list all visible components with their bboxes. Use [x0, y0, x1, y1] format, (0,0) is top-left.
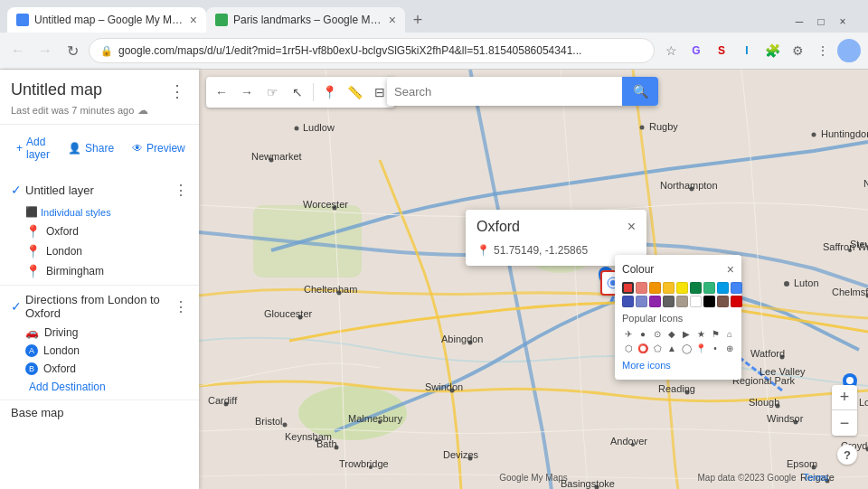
- add-destination-button[interactable]: Add Destination: [0, 378, 199, 396]
- extension-icon-4[interactable]: 🧩: [761, 40, 783, 61]
- icon-pin[interactable]: 📍: [694, 342, 707, 354]
- color-swatch-blue[interactable]: [731, 282, 742, 294]
- help-button[interactable]: ?: [837, 445, 857, 465]
- icon-hexagon[interactable]: ⬡: [622, 342, 635, 354]
- icon-diamond[interactable]: ◆: [665, 327, 678, 340]
- more-icons-button[interactable]: More icons: [622, 358, 734, 372]
- search-icon: 🔍: [633, 84, 648, 99]
- layer-header-1[interactable]: ✓ Untitled layer ⋮: [0, 175, 199, 204]
- ruler-tool[interactable]: 📏: [343, 80, 366, 104]
- icon-home[interactable]: ⌂: [723, 327, 736, 340]
- color-swatch-orange[interactable]: [649, 282, 661, 294]
- redo-tool[interactable]: →: [235, 80, 259, 104]
- layer-section-1: ✓ Untitled layer ⋮ ⬛ Individual styles 📍…: [0, 172, 199, 286]
- tab-untitled-map[interactable]: Untitled map – Google My Maps ×: [7, 7, 206, 33]
- color-swatch-yellow-dark[interactable]: [663, 282, 675, 294]
- terms-link[interactable]: Terms: [804, 473, 828, 483]
- tab-close-2[interactable]: ×: [389, 13, 396, 27]
- color-swatch-gray[interactable]: [663, 296, 675, 307]
- popup-close-button[interactable]: ×: [627, 219, 636, 235]
- color-swatch-crimson[interactable]: [731, 296, 742, 307]
- layer-more-button[interactable]: ⋮: [170, 179, 192, 201]
- extension-icon-3[interactable]: I: [736, 40, 758, 61]
- svg-text:Devizes: Devizes: [443, 449, 479, 460]
- location-item-birmingham[interactable]: 📍 Birmingham: [0, 261, 199, 281]
- maximize-button[interactable]: □: [810, 11, 832, 33]
- directions-header[interactable]: ✓ Directions from London to Oxford ⋮: [0, 289, 199, 324]
- map-area[interactable]: Ludlow Rugby Huntingdon Cambridge Newmar…: [199, 70, 868, 489]
- select-tool[interactable]: ↖: [286, 80, 309, 104]
- map-data-attribution: Map data ©2023 Google Terms: [697, 473, 828, 483]
- svg-text:Luton: Luton: [794, 277, 819, 288]
- refresh-button[interactable]: ↻: [61, 40, 83, 61]
- svg-text:London: London: [859, 397, 868, 408]
- icon-triangle[interactable]: ▲: [665, 342, 678, 354]
- url-text: google.com/maps/d/u/1/edit?mid=1rr5H-vf8…: [118, 44, 643, 57]
- icon-star[interactable]: ★: [694, 327, 707, 340]
- icon-circle-dot[interactable]: ⊙: [651, 327, 664, 340]
- add-layer-icon: +: [16, 142, 23, 155]
- picker-close-button[interactable]: ×: [727, 262, 734, 277]
- icon-circle-filled[interactable]: ●: [637, 327, 649, 340]
- share-button[interactable]: 👤 Share: [62, 138, 119, 158]
- color-swatch-black[interactable]: [703, 296, 715, 307]
- icon-ring[interactable]: ⭕: [637, 342, 649, 354]
- color-swatch-pink[interactable]: [636, 282, 647, 294]
- extension-icon-5[interactable]: ⚙: [787, 40, 808, 61]
- individual-styles-link[interactable]: ⬛ Individual styles: [25, 206, 188, 218]
- hand-tool[interactable]: ☞: [260, 80, 284, 104]
- close-button[interactable]: ×: [832, 11, 854, 33]
- icon-flag[interactable]: ⚑: [709, 327, 722, 340]
- undo-tool[interactable]: ←: [210, 80, 233, 104]
- color-swatch-brown[interactable]: [717, 296, 729, 307]
- color-swatch-indigo-light[interactable]: [636, 296, 647, 307]
- picker-title: Colour: [622, 263, 654, 276]
- color-swatch-white[interactable]: [690, 296, 702, 307]
- new-tab-button[interactable]: +: [405, 7, 430, 33]
- icon-pentagon[interactable]: ⬠: [651, 342, 664, 354]
- share-icon: 👤: [68, 142, 81, 155]
- tab-paris[interactable]: Paris landmarks – Google My Ma... ×: [206, 7, 405, 33]
- color-swatch-green-dark[interactable]: [690, 282, 702, 294]
- pin-tool[interactable]: 📍: [317, 80, 341, 104]
- map-search-button[interactable]: 🔍: [622, 77, 658, 106]
- map-subtitle: Last edit was 7 minutes ago ☁: [11, 104, 188, 117]
- forward-button[interactable]: →: [34, 40, 56, 61]
- color-swatch-blue-light[interactable]: [717, 282, 729, 294]
- map-search-input[interactable]: [387, 85, 622, 99]
- icon-dot[interactable]: •: [709, 342, 722, 354]
- more-options-icon[interactable]: ⋮: [812, 40, 834, 61]
- url-bar[interactable]: 🔒 google.com/maps/d/u/1/edit?mid=1rr5H-v…: [89, 38, 655, 63]
- svg-text:Ludlow: Ludlow: [303, 122, 335, 133]
- minimize-button[interactable]: ─: [788, 11, 810, 33]
- tab-close-1[interactable]: ×: [190, 13, 197, 27]
- svg-text:Saffron Walden: Saffron Walden: [823, 241, 868, 252]
- color-swatch-tan[interactable]: [676, 296, 688, 307]
- location-item-london[interactable]: 📍 London: [0, 241, 199, 261]
- preview-button[interactable]: 👁 Preview: [127, 138, 191, 158]
- icon-location[interactable]: ⊕: [723, 342, 736, 354]
- bookmark-icon[interactable]: ☆: [660, 40, 682, 61]
- color-swatch-indigo[interactable]: [622, 296, 634, 307]
- icon-play[interactable]: ▶: [680, 327, 693, 340]
- extension-icon-1[interactable]: G: [685, 40, 707, 61]
- add-layer-button[interactable]: + Add layer: [11, 132, 55, 165]
- location-item-oxford[interactable]: 📍 Oxford: [0, 221, 199, 241]
- profile-avatar[interactable]: [837, 39, 861, 62]
- location-pin-icon-london: 📍: [25, 244, 41, 259]
- color-swatch-purple[interactable]: [649, 296, 661, 307]
- cloud-save-icon: ☁: [137, 104, 148, 117]
- extension-icon-2[interactable]: S: [711, 40, 732, 61]
- popular-icons-label: Popular Icons: [622, 313, 734, 324]
- directions-more-button[interactable]: ⋮: [170, 296, 192, 317]
- zoom-in-button[interactable]: +: [832, 385, 857, 410]
- color-swatch-yellow[interactable]: [676, 282, 688, 294]
- color-swatch-green[interactable]: [703, 282, 715, 294]
- back-button[interactable]: ←: [7, 40, 29, 61]
- zoom-out-button[interactable]: −: [832, 410, 857, 436]
- map-more-button[interactable]: ⋮: [166, 80, 188, 102]
- color-swatch-red[interactable]: [622, 282, 634, 294]
- basemap-label[interactable]: Base map: [11, 406, 64, 419]
- icon-plane[interactable]: ✈: [622, 327, 635, 340]
- icon-oval[interactable]: ◯: [680, 342, 693, 354]
